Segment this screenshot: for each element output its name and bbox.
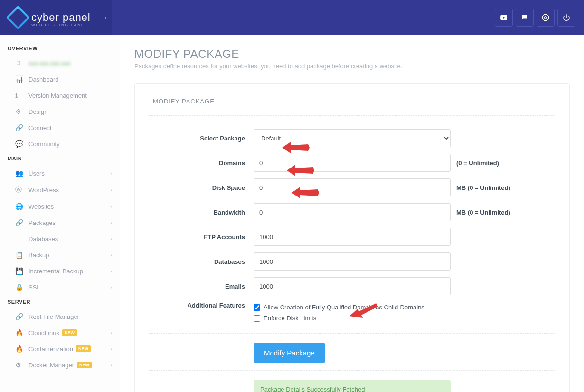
sidebar-item-ssl[interactable]: 🔒SSL› bbox=[0, 279, 120, 295]
topbar: cyber panel WEB HOSTING PANEL ‹ bbox=[0, 0, 584, 35]
sidebar-item-wordpress[interactable]: ⓦWordPress› bbox=[0, 181, 120, 198]
brand-logo-icon bbox=[6, 6, 30, 30]
select-package-dropdown[interactable]: Default bbox=[254, 129, 451, 147]
sidebar-item-websites[interactable]: 🌐Websites› bbox=[0, 198, 120, 215]
sidebar-item-incremental-backup[interactable]: 💾Incremental Backup› bbox=[0, 263, 120, 279]
sidebar-item-connect[interactable]: 🔗Connect bbox=[0, 120, 120, 136]
disk-input[interactable] bbox=[254, 178, 451, 196]
nav-label: Users bbox=[28, 170, 45, 177]
help-icon[interactable] bbox=[537, 9, 555, 27]
nav-label: Version Management bbox=[28, 92, 87, 99]
svg-point-1 bbox=[545, 17, 547, 19]
modify-package-card: MODIFY PACKAGE Select Package Default Do… bbox=[134, 83, 570, 392]
modify-package-form: Select Package Default Domains (0 = Unli… bbox=[149, 116, 555, 392]
nav-label: SSL bbox=[28, 284, 40, 291]
chevron-right-icon: › bbox=[110, 187, 112, 193]
nav-label: CloudLinux bbox=[28, 329, 59, 336]
package-icon: 🔗 bbox=[15, 219, 26, 226]
chk-allow-fqdn[interactable]: Allow Creation of Fully Qualified Domain… bbox=[254, 304, 451, 311]
chat-icon[interactable] bbox=[516, 9, 534, 27]
db-label: Databases bbox=[149, 258, 254, 265]
sidebar-item-packages[interactable]: 🔗Packages› bbox=[0, 215, 120, 231]
bandwidth-input[interactable] bbox=[254, 203, 451, 221]
card-title: MODIFY PACKAGE bbox=[149, 96, 555, 116]
top-icon-group bbox=[495, 9, 575, 27]
nav-label: Backup bbox=[28, 252, 49, 259]
domains-label: Domains bbox=[149, 159, 254, 167]
sidebar-collapse-icon[interactable]: ‹ bbox=[105, 14, 107, 21]
chevron-right-icon: › bbox=[110, 284, 112, 290]
sidebar-item-design[interactable]: ⚙Design bbox=[0, 103, 120, 120]
globe-icon: 🌐 bbox=[15, 203, 26, 210]
backup-icon: 📋 bbox=[15, 251, 26, 259]
hostname-text: xxx.xxx.xxx.xxx bbox=[28, 60, 71, 67]
dashboard-icon: 📊 bbox=[15, 75, 26, 83]
nav-label: WordPress bbox=[28, 187, 59, 194]
brand-name: cyber panel bbox=[31, 11, 91, 24]
users-icon: 👥 bbox=[15, 169, 26, 177]
content: MODIFY PACKAGE Packages define resources… bbox=[120, 35, 584, 392]
section-server: SERVER bbox=[0, 295, 120, 308]
db-input[interactable] bbox=[254, 252, 451, 271]
sidebar-item-root-file[interactable]: 🔗Root File Manager bbox=[0, 308, 120, 325]
chk-enforce-disk-box[interactable] bbox=[254, 315, 260, 322]
new-badge: NEW bbox=[77, 362, 92, 368]
chevron-right-icon: › bbox=[110, 346, 112, 352]
sidebar-item-dashboard[interactable]: 📊Dashboard bbox=[0, 71, 120, 87]
chevron-right-icon: › bbox=[110, 330, 112, 336]
sidebar-item-backup[interactable]: 📋Backup› bbox=[0, 247, 120, 263]
chevron-right-icon: › bbox=[110, 268, 112, 274]
sidebar-item-docker[interactable]: ⚙Docker ManagerNEW› bbox=[0, 357, 120, 373]
chk-enforce-disk-label: Enforce Disk Limits bbox=[264, 315, 316, 322]
domains-input[interactable] bbox=[254, 154, 451, 172]
sidebar-item-users[interactable]: 👥Users› bbox=[0, 165, 120, 181]
ftp-label: FTP Accounts bbox=[149, 233, 254, 241]
youtube-icon[interactable] bbox=[495, 9, 513, 27]
nav-label: Dashboard bbox=[28, 76, 59, 83]
sidebar-item-databases[interactable]: ≣Databases› bbox=[0, 231, 120, 247]
chevron-right-icon: › bbox=[110, 362, 112, 368]
chk-allow-fqdn-box[interactable] bbox=[254, 304, 260, 311]
brand-sub: WEB HOSTING PANEL bbox=[31, 23, 88, 27]
success-alert: Package Details Successfully Fetched bbox=[254, 380, 451, 392]
fire-icon: 🔥 bbox=[15, 329, 26, 336]
disk-hint: MB (0 = Unlimited) bbox=[456, 184, 510, 191]
nav-label: Databases bbox=[28, 235, 58, 243]
nav-label: Root File Manager bbox=[28, 313, 79, 320]
chevron-right-icon: › bbox=[110, 220, 112, 225]
wordpress-icon: ⓦ bbox=[15, 186, 26, 194]
divider bbox=[149, 370, 555, 371]
bandwidth-hint: MB (0 = Unlimited) bbox=[456, 209, 510, 216]
nav-label: Packages bbox=[28, 219, 56, 226]
chk-enforce-disk[interactable]: Enforce Disk Limits bbox=[254, 315, 451, 322]
sidebar-item-hostname[interactable]: 🖥xxx.xxx.xxx.xxx bbox=[0, 55, 120, 71]
bandwidth-label: Bandwidth bbox=[149, 209, 254, 216]
chevron-right-icon: › bbox=[110, 170, 112, 176]
nav-label: Containerization bbox=[28, 345, 73, 353]
logo-area[interactable]: cyber panel WEB HOSTING PANEL ‹ bbox=[0, 0, 112, 35]
nav-label: Websites bbox=[28, 203, 54, 210]
sidebar-item-containerization[interactable]: 🔥ContainerizationNEW› bbox=[0, 341, 120, 357]
emails-label: Emails bbox=[149, 283, 254, 290]
sidebar-item-version[interactable]: ℹVersion Management bbox=[0, 87, 120, 103]
new-badge: NEW bbox=[62, 329, 77, 336]
emails-input[interactable] bbox=[254, 277, 451, 295]
section-main: MAIN bbox=[0, 152, 120, 165]
chat-icon: 💬 bbox=[15, 140, 26, 148]
save-icon: 💾 bbox=[15, 267, 26, 275]
power-icon[interactable] bbox=[557, 9, 575, 27]
nav-label: Docker Manager bbox=[28, 362, 74, 369]
features-label: Additional Features bbox=[149, 302, 254, 309]
fire-icon: 🔥 bbox=[15, 345, 26, 353]
ftp-input[interactable] bbox=[254, 228, 451, 246]
link-icon: 🔗 bbox=[15, 313, 26, 320]
sidebar-item-cloudlinux[interactable]: 🔥CloudLinuxNEW› bbox=[0, 325, 120, 341]
disk-label: Disk Space bbox=[149, 184, 254, 191]
chevron-right-icon: › bbox=[110, 236, 112, 242]
svg-point-0 bbox=[542, 14, 549, 21]
sidebar-item-community[interactable]: 💬Community bbox=[0, 136, 120, 152]
modify-package-button[interactable]: Modify Package bbox=[254, 343, 325, 363]
lock-icon: 🔒 bbox=[15, 283, 26, 291]
nav-label: Community bbox=[28, 140, 60, 148]
nav-label: Design bbox=[28, 108, 47, 115]
